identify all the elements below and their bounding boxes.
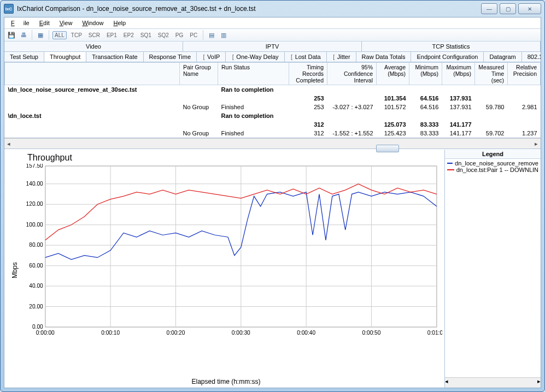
table-row[interactable]: \dn_loce.tstRan to completion: [5, 111, 541, 120]
tab-jitter[interactable]: [Jitter: [327, 52, 356, 62]
menubar: File Edit View Window Help: [4, 17, 541, 29]
scroll-right-icon[interactable]: ▸: [532, 139, 541, 148]
col-header[interactable]: Pair Group Name: [180, 63, 218, 85]
svg-text:0:00:10: 0:00:10: [101, 330, 120, 336]
maximize-button[interactable]: ▢: [500, 3, 516, 14]
legend-hscrollbar[interactable]: ◂ ▸: [445, 377, 541, 388]
col-header[interactable]: Measured Time (sec): [475, 63, 508, 85]
app-window: IxC IxChariot Comparison - dn_loce_noise…: [0, 0, 545, 392]
chart-title: Throughput: [27, 153, 442, 163]
cat-video[interactable]: Video: [4, 41, 183, 51]
svg-text:157.50: 157.50: [26, 164, 43, 169]
tab-throughput[interactable]: Throughput: [44, 52, 86, 62]
table-row[interactable]: \dn_loce_noise_source_remove_at_30sec.ts…: [5, 85, 541, 94]
col-header[interactable]: Average (Mbps): [377, 63, 409, 85]
client-area: File Edit View Window Help 💾 🖶 ▦ ALL TCP…: [4, 17, 541, 388]
filter-all[interactable]: ALL: [52, 31, 67, 39]
col-header[interactable]: Relative Precision: [508, 63, 541, 85]
svg-text:100.00: 100.00: [26, 222, 43, 228]
svg-text:120.00: 120.00: [26, 201, 43, 207]
svg-text:0.00: 0.00: [32, 324, 43, 330]
svg-text:0:00:40: 0:00:40: [297, 330, 315, 336]
category-tabs: Video IPTV TCP Statistics: [4, 41, 541, 52]
cat-iptv[interactable]: IPTV: [183, 41, 362, 51]
scroll-right-icon[interactable]: ▸: [537, 378, 541, 388]
menu-edit[interactable]: Edit: [35, 19, 54, 27]
tool-icon[interactable]: ▦: [36, 30, 45, 40]
svg-text:0:01:00: 0:01:00: [427, 330, 442, 336]
table-row[interactable]: 253101.35464.516137.931: [5, 94, 541, 103]
svg-text:40.00: 40.00: [29, 283, 43, 289]
tool2-icon[interactable]: ▤: [207, 30, 216, 40]
filter-ep1[interactable]: EP1: [104, 31, 119, 39]
tab-raw-data-totals[interactable]: Raw Data Totals: [356, 52, 412, 62]
menu-window[interactable]: Window: [78, 19, 108, 27]
menu-help[interactable]: Help: [109, 19, 131, 27]
print-icon[interactable]: 🖶: [19, 30, 28, 40]
table-row[interactable]: No GroupFinished312-1.552 : +1.552125.42…: [5, 129, 541, 138]
tab-response-time[interactable]: Response Time: [144, 52, 197, 62]
filter-pg[interactable]: PG: [173, 31, 185, 39]
filter-pc[interactable]: PC: [187, 31, 200, 39]
col-header[interactable]: Minimum (Mbps): [409, 63, 442, 85]
scroll-left-icon[interactable]: ◂: [4, 139, 13, 148]
tab-endpoint-configuration[interactable]: Endpoint Configuration: [411, 52, 484, 62]
tab-test-setup[interactable]: Test Setup: [4, 52, 44, 62]
col-header[interactable]: Run Status: [218, 63, 289, 85]
col-header[interactable]: 95% Confidence Interval: [327, 63, 377, 85]
svg-text:0:00:30: 0:00:30: [232, 330, 250, 336]
chart-area: Throughput Mbps 0.0020.0040.0060.0080.00…: [4, 149, 541, 388]
svg-text:60.00: 60.00: [29, 263, 43, 269]
tool3-icon[interactable]: ▥: [219, 30, 228, 40]
legend-panel: Legend dn_loce_noise_source_removedn_loc…: [444, 150, 541, 388]
svg-text:0:00:00: 0:00:00: [36, 330, 55, 336]
chart-ylabel: Mbps: [10, 164, 20, 377]
col-header[interactable]: Maximum (Mbps): [442, 63, 475, 85]
tab-voip[interactable]: [VoIP: [197, 52, 226, 62]
app-icon: IxC: [4, 4, 14, 14]
col-header[interactable]: [5, 63, 180, 85]
metric-tabs: Test SetupThroughputTransaction RateResp…: [4, 52, 541, 62]
svg-text:80.00: 80.00: [29, 242, 43, 248]
window-title: IxChariot Comparison - dn_loce_noise_sou…: [17, 5, 481, 13]
filter-sq1[interactable]: SQ1: [138, 31, 154, 39]
legend-items: dn_loce_noise_source_removedn_loce.tst:P…: [445, 159, 541, 377]
tab-one-way-delay[interactable]: [One-Way Delay: [226, 52, 284, 62]
svg-text:0:00:20: 0:00:20: [167, 330, 185, 336]
filter-scr[interactable]: SCR: [86, 31, 102, 39]
chart-xlabel: Elapsed time (h:mm:ss): [10, 378, 442, 385]
col-header[interactable]: Timing Records Completed: [289, 63, 327, 85]
tab-802-11[interactable]: 802.11: [522, 52, 541, 62]
chart-panel: Throughput Mbps 0.0020.0040.0060.0080.00…: [4, 150, 444, 388]
plot-box[interactable]: 0.0020.0040.0060.0080.00100.00120.00140.…: [20, 164, 442, 377]
menu-file[interactable]: File: [7, 19, 34, 27]
legend-header: Legend: [445, 150, 541, 159]
legend-item[interactable]: dn_loce_noise_source_remove: [447, 160, 538, 167]
save-icon[interactable]: 💾: [7, 30, 16, 40]
close-button[interactable]: ✕: [518, 3, 541, 14]
table-row[interactable]: No GroupFinished253-3.027 : +3.027101.57…: [5, 103, 541, 111]
filter-sq2[interactable]: SQ2: [156, 31, 171, 39]
titlebar[interactable]: IxC IxChariot Comparison - dn_loce_noise…: [1, 1, 544, 17]
minimize-button[interactable]: —: [481, 3, 497, 14]
toolbar: 💾 🖶 ▦ ALL TCP SCR EP1 EP2 SQ1 SQ2 PG PC …: [4, 29, 541, 41]
svg-text:140.00: 140.00: [26, 181, 43, 187]
filter-ep2[interactable]: EP2: [121, 31, 136, 39]
result-grid: Pair Group NameRun StatusTiming Records …: [4, 62, 541, 138]
grid-hscrollbar[interactable]: ◂ ▸: [4, 138, 541, 149]
tab-transaction-rate[interactable]: Transaction Rate: [86, 52, 143, 62]
filter-tcp[interactable]: TCP: [69, 31, 84, 39]
menu-view[interactable]: View: [55, 19, 77, 27]
svg-text:20.00: 20.00: [29, 304, 43, 310]
svg-text:0:00:50: 0:00:50: [362, 330, 381, 336]
cat-tcp[interactable]: TCP Statistics: [362, 41, 541, 51]
table-row[interactable]: 312125.07383.333141.177: [5, 120, 541, 129]
tab-datagram[interactable]: Datagram: [484, 52, 521, 62]
legend-item[interactable]: dn_loce.tst:Pair 1 -- DOWNLIN: [447, 167, 538, 173]
tab-lost-data[interactable]: [Lost Data: [285, 52, 327, 62]
